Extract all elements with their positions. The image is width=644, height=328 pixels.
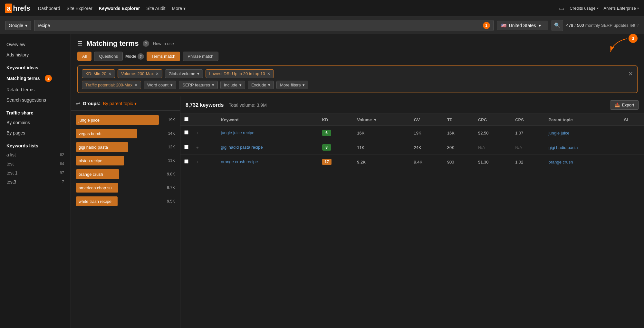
nav-site-audit[interactable]: Site Audit (146, 6, 165, 11)
row-add-button[interactable]: + (196, 145, 199, 150)
tab-terms-match[interactable]: Terms match (147, 52, 180, 61)
sidebar-item-related-terms[interactable]: Related terms (0, 84, 71, 95)
row-parent-topic-cell: gigi hadid pasta (544, 140, 620, 155)
row-checkbox[interactable] (184, 130, 188, 134)
export-button[interactable]: 📥 Export (610, 100, 639, 110)
logo[interactable]: ahrefs (5, 4, 30, 13)
filter-chip-tp-label: Traffic potential: 200-Max (85, 83, 132, 87)
list-count: 64 (60, 162, 64, 166)
nav-dashboard[interactable]: Dashboard (38, 6, 60, 11)
credits-usage-button[interactable]: Credits usage ▾ (570, 6, 598, 11)
filter-close-all-button[interactable]: ✕ (628, 70, 633, 77)
table-row: + gigi hadid pasta recipe 8 11K 24K (180, 140, 644, 155)
group-bar-container: piston recipe (76, 156, 159, 165)
filter-chip-lowest-dr[interactable]: Lowest DR: Up to 20 in top 10 ✕ (206, 69, 274, 78)
search-bar: Google ▾ 1 🇺🇸 United States ▾ 🔍 478 / 50… (0, 17, 644, 34)
row-parent-topic-cell: jungle juice (544, 126, 620, 140)
keyword-link[interactable]: gigi hadid pasta recipe (221, 145, 263, 150)
group-item[interactable]: vegas bomb 14K (71, 127, 180, 140)
filter-chip-volume[interactable]: Volume: 200-Max ✕ (118, 69, 162, 78)
search-button[interactable]: 🔍 (552, 20, 563, 31)
col-volume[interactable]: Volume ▼ (353, 114, 410, 126)
col-cpc[interactable]: CPC (474, 114, 511, 126)
mode-help-badge[interactable]: ? (138, 53, 144, 60)
keyword-link[interactable]: orange crush recipe (221, 159, 258, 164)
filter-dropdown-word-count[interactable]: Word count ▾ (144, 81, 176, 89)
filter-chip-volume-close[interactable]: ✕ (156, 72, 159, 76)
filter-dropdown-global-volume[interactable]: Global volume ▾ (165, 69, 203, 78)
list-name: a list (6, 152, 16, 157)
table-header: Keyword KD Volume ▼ GV TP CPC CPS Parent… (180, 114, 644, 126)
group-item[interactable]: american chop su... 9.7K (71, 181, 180, 194)
mode-label: Mode ? (125, 53, 144, 60)
keywords-tbody: + jungle juice recipe 6 16K 19K (180, 126, 644, 169)
col-si[interactable]: SI (620, 114, 644, 126)
sidebar-item-by-domains[interactable]: By domains (0, 117, 71, 128)
serp-total: 500 (577, 23, 584, 28)
row-add-button[interactable]: + (196, 131, 199, 135)
sidebar-list-test[interactable]: test 64 (0, 159, 71, 168)
country-selector[interactable]: 🇺🇸 United States ▾ (497, 21, 548, 30)
sidebar: Overview Ads history Keyword ideas Match… (0, 34, 71, 328)
sidebar-list-test1[interactable]: test 1 97 (0, 168, 71, 177)
sidebar-item-search-suggestions[interactable]: Search suggestions (0, 95, 71, 105)
parent-topic-link[interactable]: orange crush (548, 160, 573, 164)
group-item[interactable]: white trash recipe 9.5K (71, 194, 180, 208)
tab-questions[interactable]: Questions (94, 52, 123, 61)
group-name: piston recipe (79, 158, 102, 163)
parent-topic-link[interactable]: gigi hadid pasta (548, 145, 578, 150)
search-input[interactable] (38, 23, 481, 28)
sidebar-item-matching-terms[interactable]: Matching terms 2 (0, 72, 71, 84)
nav-keywords-explorer[interactable]: Keywords Explorer (99, 6, 140, 11)
enterprise-button[interactable]: Ahrefs Enterprise ▾ (604, 6, 639, 11)
filter-dropdown-exclude[interactable]: Exclude ▾ (248, 81, 274, 89)
group-item[interactable]: jungle juice 19K (71, 113, 180, 127)
how-to-use-link[interactable]: How to use (153, 41, 174, 46)
col-parent-topic[interactable]: Parent topic (544, 114, 620, 126)
engine-dropdown-arrow: ▾ (25, 23, 27, 28)
filter-dropdown-more-filters[interactable]: More filters ▾ (276, 81, 308, 89)
filter-chip-tp-close[interactable]: ✕ (134, 83, 138, 87)
col-tp[interactable]: TP (443, 114, 474, 126)
groups-dropdown[interactable]: By parent topic ▾ (103, 101, 136, 106)
sidebar-item-overview[interactable]: Overview (0, 39, 71, 50)
filter-chip-kd[interactable]: KD: Min-20 ✕ (82, 69, 115, 78)
parent-topic-link[interactable]: jungle juice (548, 131, 569, 135)
col-cps[interactable]: CPS (511, 114, 544, 126)
row-checkbox[interactable] (184, 145, 188, 149)
filter-chip-kd-close[interactable]: ✕ (108, 72, 111, 76)
groups-header: ⇌ Groups: By parent topic ▾ (71, 96, 180, 111)
group-item[interactable]: gigi hadid pasta 12K (71, 140, 180, 154)
row-checkbox[interactable] (184, 159, 188, 164)
top-navigation: ahrefs Dashboard Site Explorer Keywords … (0, 0, 644, 17)
filter-chip-lowest-dr-close[interactable]: ✕ (267, 72, 270, 76)
sidebar-list-test3[interactable]: test3 7 (0, 177, 71, 186)
row-gv-cell: 24K (410, 140, 443, 155)
select-all-checkbox[interactable] (184, 117, 188, 121)
filter-dropdown-include[interactable]: Include ▾ (220, 81, 245, 89)
keyword-link[interactable]: jungle juice recipe (221, 130, 255, 135)
engine-selector[interactable]: Google ▾ (5, 21, 31, 30)
help-badge[interactable]: ? (143, 40, 149, 47)
filter-global-volume-arrow: ▾ (197, 71, 199, 76)
group-item[interactable]: piston recipe 11K (71, 154, 180, 167)
tab-all[interactable]: All (77, 52, 91, 61)
row-add-button[interactable]: + (196, 160, 199, 164)
nav-site-explorer[interactable]: Site Explorer (67, 6, 92, 11)
col-kd[interactable]: KD (318, 114, 353, 126)
sidebar-item-ads-history[interactable]: Ads history (0, 50, 71, 60)
content-area: ☰ Matching terms ? How to use 3 (71, 34, 644, 328)
row-keyword-cell: gigi hadid pasta recipe (217, 140, 318, 155)
col-keyword[interactable]: Keyword (217, 114, 318, 126)
col-gv[interactable]: GV (410, 114, 443, 126)
sidebar-item-by-pages[interactable]: By pages (0, 128, 71, 138)
sidebar-list-a-list[interactable]: a list 62 (0, 150, 71, 159)
filter-chip-traffic-potential[interactable]: Traffic potential: 200-Max ✕ (82, 81, 141, 89)
group-item[interactable]: orange crush 9.8K (71, 167, 180, 181)
filter-dropdown-serp-features[interactable]: SERP features ▾ (179, 81, 218, 89)
row-gv-cell: 19K (410, 126, 443, 140)
tab-phrase-match[interactable]: Phrase match (183, 52, 218, 61)
nav-more[interactable]: More ▾ (172, 6, 186, 11)
group-count: 12K (162, 145, 175, 149)
hamburger-icon[interactable]: ☰ (77, 40, 82, 47)
